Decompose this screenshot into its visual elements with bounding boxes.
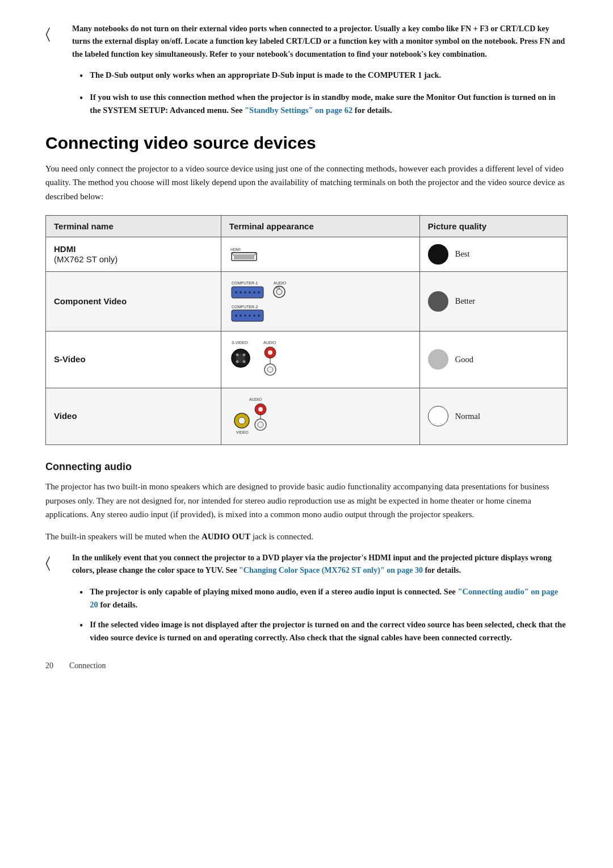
- note-content-2: In the unlikely event that you connect t…: [72, 552, 568, 577]
- terminal-name-svideo: S-Video: [54, 354, 86, 364]
- col-header-quality: Picture quality: [419, 215, 567, 237]
- svg-text:AUDIO: AUDIO: [263, 341, 276, 345]
- svg-point-15: [276, 289, 282, 295]
- audio-out-bold: AUDIO OUT: [201, 532, 250, 541]
- bottom-bullet-dot-2: •: [79, 618, 83, 644]
- svg-point-10: [244, 291, 246, 293]
- svg-point-21: [249, 315, 251, 317]
- svg-point-18: [235, 315, 237, 317]
- hdmi-appearance: HDMI: [229, 245, 412, 263]
- svg-point-8: [235, 291, 237, 293]
- audio-para-1: The projector has two built-in mono spea…: [45, 480, 568, 522]
- bullet-item-1: • The D-Sub output only works when an ap…: [79, 69, 568, 84]
- note-icon-2: 〈: [45, 553, 65, 573]
- svg-point-11: [249, 291, 251, 293]
- bullet-text-1: The D-Sub output only works when an appr…: [90, 69, 441, 84]
- col-header-terminal: Terminal name: [46, 215, 221, 237]
- hdmi-svg-icon: HDMI: [229, 245, 263, 263]
- quality-cell-component: Better: [419, 271, 567, 331]
- svg-rect-3: [234, 254, 254, 259]
- circle-better: [428, 291, 448, 312]
- circle-good: [428, 349, 448, 370]
- standby-link[interactable]: "Standby Settings" on page 62: [245, 106, 352, 115]
- section-title: Connecting video source devices: [45, 133, 568, 153]
- svg-point-35: [267, 367, 273, 372]
- bullet-dot-2: •: [79, 91, 83, 117]
- audio-para2-post: jack is connected.: [250, 532, 313, 541]
- svg-point-43: [258, 422, 263, 427]
- svideo-svg: S-VIDEO AUDIO: [229, 338, 297, 381]
- quality-normal: Normal: [428, 406, 559, 426]
- quality-label-component: Better: [455, 296, 475, 306]
- intro-text: You need only connect the projector to a…: [45, 162, 568, 204]
- col-header-appearance: Terminal appearance: [221, 215, 419, 237]
- bullet-item-2: • If you wish to use this connection met…: [79, 91, 568, 117]
- video-svg: AUDIO VIDEO: [229, 395, 286, 438]
- bottom-bullet-2: • If the selected video image is not dis…: [79, 618, 568, 644]
- quality-cell-svideo: Good: [419, 331, 567, 388]
- table-row-svideo: S-Video S-VIDEO AUDIO: [46, 331, 568, 388]
- svg-text:COMPUTER-2: COMPUTER-2: [232, 305, 258, 309]
- quality-better: Better: [428, 291, 559, 312]
- circle-best: [428, 244, 448, 265]
- note-block-1: 〈 Many notebooks do not turn on their ex…: [45, 23, 568, 61]
- svg-text:AUDIO: AUDIO: [274, 281, 287, 285]
- svg-point-9: [240, 291, 242, 293]
- color-space-link[interactable]: "Changing Color Space (MX762 ST only)" o…: [239, 566, 423, 575]
- table-row-hdmi: HDMI (MX762 ST only) HDMI: [46, 237, 568, 271]
- quality-label-video: Normal: [455, 412, 480, 421]
- audio-section-title: Connecting audio: [45, 461, 568, 473]
- quality-best: Best: [428, 244, 559, 265]
- svg-point-19: [240, 315, 242, 317]
- page-footer: 20 Connection: [45, 661, 568, 670]
- note-block-2: 〈 In the unlikely event that you connect…: [45, 552, 568, 577]
- quality-label-hdmi: Best: [455, 249, 470, 259]
- note-text-1: Many notebooks do not turn on their exte…: [72, 23, 568, 61]
- svg-text:VIDEO: VIDEO: [236, 430, 249, 434]
- svg-point-29: [242, 353, 245, 356]
- note-icon-1: 〈: [45, 24, 65, 44]
- table-row-video: Video AUDIO: [46, 388, 568, 445]
- bullet-text-2: If you wish to use this connection metho…: [90, 91, 568, 117]
- quality-cell-hdmi: Best: [419, 237, 567, 271]
- svg-text:S-VIDEO: S-VIDEO: [232, 341, 248, 345]
- svg-point-20: [244, 315, 246, 317]
- svg-text:HDMI: HDMI: [230, 248, 241, 251]
- terminal-name-video: Video: [54, 411, 77, 421]
- svg-text:AUDIO: AUDIO: [249, 397, 262, 401]
- footer-section: Connection: [69, 661, 106, 670]
- terminal-appearance-video: AUDIO VIDEO: [221, 388, 419, 445]
- quality-label-svideo: Good: [455, 355, 473, 364]
- bottom-bullet-dot-1: •: [79, 585, 83, 611]
- note-text-block-2: In the unlikely event that you connect t…: [72, 552, 568, 577]
- bottom-bullet-list: • The projector is only capable of playi…: [79, 585, 568, 645]
- svideo-appearance: S-VIDEO AUDIO: [229, 338, 412, 381]
- audio-para-2: The built-in speakers will be muted when…: [45, 530, 568, 544]
- bottom-bullet-1: • The projector is only capable of playi…: [79, 585, 568, 611]
- table-row-component: Component Video COMPUTER-1 AUDIO IN: [46, 271, 568, 331]
- svg-point-39: [258, 407, 263, 412]
- component-appearance: COMPUTER-1 AUDIO IN: [229, 279, 412, 324]
- bottom-bullet-text-2: If the selected video image is not displ…: [90, 618, 568, 644]
- terminal-appearance-hdmi: HDMI: [221, 237, 419, 271]
- terminal-name-hdmi: HDMI (MX762 ST only): [54, 244, 213, 264]
- svg-point-31: [242, 360, 245, 363]
- svg-point-22: [253, 315, 255, 317]
- svg-point-28: [236, 353, 238, 356]
- svg-point-12: [253, 291, 255, 293]
- video-appearance: AUDIO VIDEO: [229, 395, 412, 438]
- bullet-dot-1: •: [79, 69, 83, 84]
- quality-cell-video: Normal: [419, 388, 567, 445]
- terminal-sub-hdmi: (MX762 ST only): [54, 254, 213, 264]
- bottom-bullet-text-1: The projector is only capable of playing…: [90, 585, 568, 611]
- note-content-1: Many notebooks do not turn on their exte…: [72, 23, 568, 61]
- component-svg: COMPUTER-1 AUDIO IN: [229, 279, 303, 324]
- page-number: 20: [45, 661, 53, 670]
- svg-point-33: [268, 350, 272, 355]
- svg-point-41: [238, 417, 245, 424]
- circle-normal: [428, 406, 448, 426]
- quality-good: Good: [428, 349, 559, 370]
- terminal-appearance-component: COMPUTER-1 AUDIO IN: [221, 271, 419, 331]
- svg-point-30: [236, 360, 238, 363]
- audio-para2-pre: The built-in speakers will be muted when…: [45, 532, 201, 541]
